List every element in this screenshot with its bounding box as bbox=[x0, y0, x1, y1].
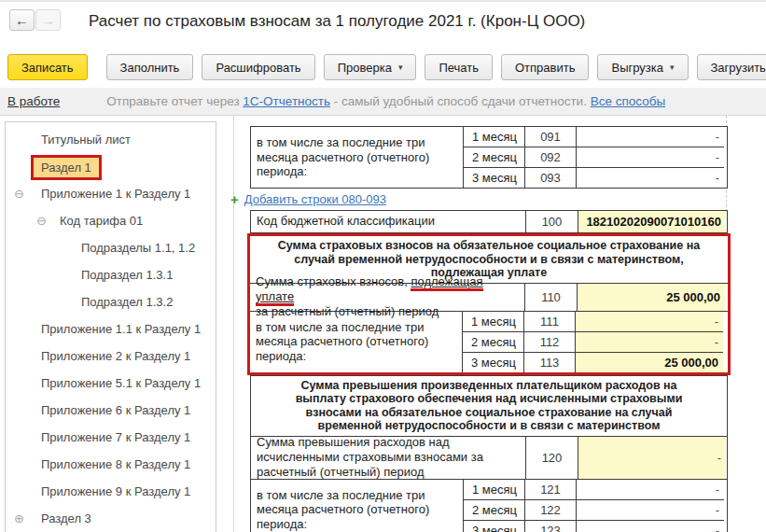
decode-button-label: Расшифровать bbox=[216, 61, 300, 75]
report-state-link[interactable]: В работе bbox=[7, 94, 60, 108]
title-bar: ← → Расчет по страховым взносам за 1 пол… bbox=[0, 2, 766, 50]
collapse-icon[interactable]: ⊖ bbox=[36, 207, 47, 234]
value-field-122[interactable]: - bbox=[576, 500, 724, 520]
sidebar-item-appendix-9[interactable]: Приложение 9 к Разделу 1 bbox=[6, 478, 216, 505]
group-111-label: в том числе за последние три месяца расч… bbox=[250, 312, 462, 372]
sidebar-item-appendix-7[interactable]: Приложение 7 к Разделу 1 bbox=[6, 424, 216, 451]
month-label: 2 месяц bbox=[462, 332, 523, 352]
print-button-label: Печать bbox=[439, 61, 479, 75]
rows-091-093-block: в том числе за последние три месяца расч… bbox=[250, 126, 728, 189]
load-button[interactable]: Загрузить bbox=[697, 54, 766, 80]
kbk-label: Код бюджетной классификации bbox=[251, 211, 525, 232]
sidebar-item-title-page[interactable]: Титульный лист bbox=[6, 126, 216, 153]
load-button-label: Загрузить bbox=[711, 61, 766, 75]
month-label: 3 месяц bbox=[463, 521, 524, 532]
value-field-091[interactable]: - bbox=[576, 127, 724, 147]
value-field-113[interactable]: 25 000,00 bbox=[575, 353, 723, 372]
row-110-label-part1: Сумма страховых взносов, bbox=[256, 274, 408, 288]
sidebar-item-label: Раздел 3 bbox=[41, 511, 91, 525]
add-icon: + bbox=[230, 192, 239, 206]
status-message-prefix: Отправьте отчет через bbox=[106, 94, 239, 108]
annotation-red-frame: Сумма страховых взносов на обязательное … bbox=[247, 233, 731, 375]
print-button[interactable]: Печать bbox=[425, 54, 493, 80]
collapse-icon[interactable]: ⊖ bbox=[14, 180, 24, 207]
sidebar-item-subsection-132[interactable]: Подраздел 1.3.2 bbox=[6, 288, 216, 315]
send-button-label: Отправить bbox=[515, 61, 575, 75]
line-code: 112 bbox=[523, 332, 575, 352]
month-label: 2 месяц bbox=[463, 500, 524, 520]
value-field-093[interactable]: - bbox=[576, 168, 724, 188]
month-label: 1 месяц bbox=[463, 480, 524, 499]
fill-button-label: Заполнить bbox=[120, 61, 180, 75]
line-code: 120 bbox=[525, 437, 578, 479]
line-code: 110 bbox=[524, 284, 577, 311]
value-field-121[interactable]: - bbox=[576, 480, 724, 499]
line-code: 111 bbox=[523, 312, 575, 331]
sidebar-item-tariff-code-01[interactable]: ⊖Код тарифа 01 bbox=[6, 207, 216, 234]
line-code: 091 bbox=[524, 127, 576, 147]
status-message-suffix: - самый удобный способ сдачи отчетности. bbox=[334, 94, 587, 108]
1c-reporting-link[interactable]: 1С-Отчетность bbox=[243, 94, 330, 108]
section-120-block: Сумма превышения произведенных плательщи… bbox=[250, 375, 728, 532]
forward-icon: → bbox=[35, 9, 61, 31]
expand-icon[interactable]: ⊕ bbox=[14, 505, 24, 532]
line-code: 092 bbox=[524, 147, 576, 167]
value-field-110[interactable]: 25 000,00 bbox=[577, 284, 725, 311]
line-code: 121 bbox=[524, 480, 576, 499]
add-rows-row: + Добавить строки 080-093 bbox=[230, 189, 728, 210]
sidebar-item-appendix-6[interactable]: Приложение 6 к Разделу 1 bbox=[6, 397, 216, 424]
save-button-label: Записать bbox=[21, 61, 74, 75]
fill-button[interactable]: Заполнить bbox=[106, 54, 194, 80]
sidebar-item-appendix-1[interactable]: ⊖Приложение 1 к Разделу 1 bbox=[6, 180, 216, 207]
add-rows-link[interactable]: Добавить строки 080-093 bbox=[244, 192, 386, 206]
all-ways-link[interactable]: Все способы bbox=[591, 94, 665, 108]
back-icon[interactable]: ← bbox=[9, 9, 35, 31]
month-label: 3 месяц bbox=[462, 353, 523, 372]
section-120-header: Сумма превышения произведенных плательщи… bbox=[251, 376, 727, 436]
sections-tree: Титульный лист Раздел 1 ⊖Приложение 1 к … bbox=[5, 121, 216, 532]
kbk-row-block: Код бюджетной классификации 100 18210202… bbox=[250, 210, 728, 233]
sidebar-item-subsections-11-12[interactable]: Подразделы 1.1, 1.2 bbox=[6, 234, 216, 261]
value-field-112[interactable]: - bbox=[575, 332, 723, 352]
check-button[interactable]: Проверка▾ bbox=[324, 54, 417, 80]
line-code: 122 bbox=[524, 500, 576, 520]
section-110-block: Сумма страховых взносов на обязательное … bbox=[250, 236, 728, 372]
group-121-label: в том числе за последние три месяца расч… bbox=[251, 480, 463, 532]
value-field-092[interactable]: - bbox=[576, 147, 724, 167]
form-area: в том числе за последние три месяца расч… bbox=[233, 116, 727, 532]
sidebar-item-section-1[interactable]: Раздел 1 bbox=[6, 153, 216, 180]
sidebar-item-appendix-11[interactable]: Приложение 1.1 к Разделу 1 bbox=[6, 315, 216, 343]
app-window: ← → Расчет по страховым взносам за 1 пол… bbox=[0, 0, 766, 532]
row-120-label: Сумма превышения расходов над исчисленны… bbox=[251, 437, 525, 479]
month-label: 2 месяц bbox=[463, 147, 524, 167]
chevron-down-icon: ▾ bbox=[398, 63, 403, 72]
value-field-123[interactable]: - bbox=[576, 521, 724, 532]
sidebar-item-appendix-8[interactable]: Приложение 8 к Разделу 1 bbox=[6, 451, 216, 478]
row-110-label: Сумма страховых взносов, подлежащая упла… bbox=[250, 284, 524, 311]
line-code: 093 bbox=[524, 168, 576, 188]
selected-item-highlight[interactable]: Раздел 1 bbox=[31, 155, 102, 180]
kbk-value-field[interactable]: 18210202090071010160 bbox=[578, 211, 726, 232]
line-code: 113 bbox=[523, 353, 575, 372]
page-title: Расчет по страховым взносам за 1 полугод… bbox=[89, 12, 585, 31]
save-button[interactable]: Записать bbox=[7, 54, 88, 80]
sidebar-item-subsection-131[interactable]: Подраздел 1.3.1 bbox=[6, 261, 216, 288]
sidebar-item-label: Приложение 1 к Разделу 1 bbox=[41, 187, 190, 201]
check-button-label: Проверка bbox=[338, 61, 392, 75]
month-label: 3 месяц bbox=[463, 168, 524, 188]
month-label: 1 месяц bbox=[463, 127, 524, 147]
line-code: 123 bbox=[524, 521, 576, 532]
sidebar-item-appendix-2[interactable]: Приложение 2 к Разделу 1 bbox=[6, 343, 216, 370]
export-button-label: Выгрузка bbox=[611, 61, 663, 75]
sidebar-item-section-3[interactable]: ⊕Раздел 3 bbox=[6, 505, 216, 532]
sidebar-item-appendix-51[interactable]: Приложение 5.1 к Разделу 1 bbox=[6, 370, 216, 397]
chevron-down-icon: ▾ bbox=[670, 63, 675, 72]
status-message: Отправьте отчет через 1С-Отчетность - са… bbox=[106, 94, 665, 108]
status-bar: В работе Отправьте отчет через 1С-Отчетн… bbox=[0, 88, 766, 116]
value-field-111[interactable]: - bbox=[575, 312, 723, 331]
decode-button[interactable]: Расшифровать bbox=[202, 54, 314, 80]
send-button[interactable]: Отправить bbox=[501, 54, 589, 80]
value-field-120[interactable]: - bbox=[578, 437, 726, 479]
month-label: 1 месяц bbox=[462, 312, 523, 331]
export-button[interactable]: Выгрузка▾ bbox=[597, 54, 688, 80]
